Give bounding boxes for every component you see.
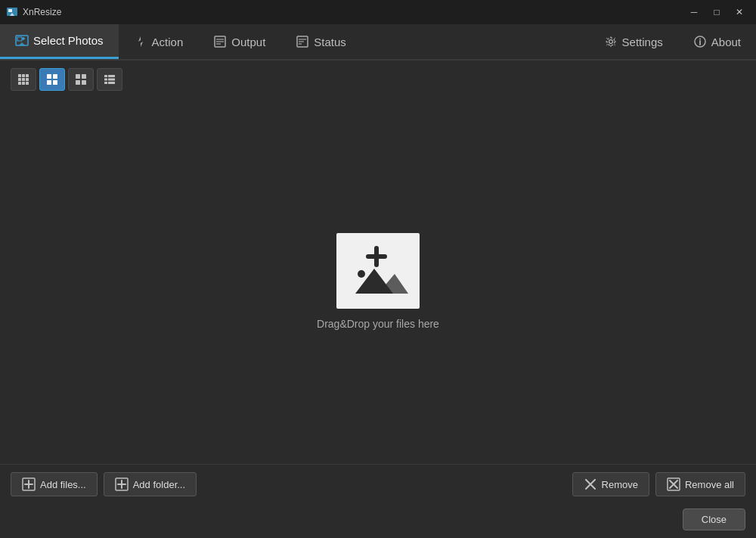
svg-rect-1	[8, 9, 12, 12]
status-icon	[296, 35, 309, 48]
view-grid-medium-button[interactable]	[39, 68, 65, 91]
svg-rect-25	[22, 78, 25, 81]
svg-rect-28	[22, 82, 25, 85]
drop-icon	[336, 233, 420, 309]
svg-rect-32	[47, 80, 51, 85]
close-window-button[interactable]: ✕	[729, 4, 750, 20]
svg-point-20	[699, 39, 701, 40]
tab-bar: Select Photos Action Output	[0, 24, 756, 61]
minimize-button[interactable]: ─	[683, 4, 705, 20]
select-photos-icon	[15, 34, 29, 48]
app-icon	[6, 6, 18, 18]
tab-select-photos-label: Select Photos	[33, 34, 104, 47]
about-icon	[693, 35, 707, 48]
tab-about-label: About	[711, 36, 741, 48]
window-controls: ─ □ ✕	[683, 4, 750, 20]
main-content[interactable]: Drag&Drop your files here	[0, 98, 756, 464]
title-bar: XnResize ─ □ ✕	[0, 0, 756, 24]
bottom-left-buttons: Add files... Add folder...	[11, 472, 197, 496]
add-folder-button[interactable]: Add folder...	[104, 472, 197, 496]
svg-rect-41	[108, 79, 115, 81]
drop-zone[interactable]: Drag&Drop your files here	[317, 233, 439, 330]
settings-icon	[604, 35, 618, 48]
svg-point-16	[609, 40, 612, 44]
svg-rect-38	[104, 75, 107, 77]
tab-status[interactable]: Status	[280, 24, 361, 59]
view-grid-large-button[interactable]	[68, 68, 94, 91]
remove-all-icon	[667, 477, 680, 491]
title-bar-left: XnResize	[6, 6, 61, 18]
svg-point-48	[358, 270, 365, 278]
tab-action-label: Action	[152, 36, 184, 48]
svg-rect-4	[17, 37, 22, 41]
tab-select-photos[interactable]: Select Photos	[0, 24, 119, 59]
svg-rect-21	[18, 74, 21, 77]
svg-rect-35	[82, 74, 86, 79]
view-grid-small-button[interactable]	[11, 68, 36, 91]
bottom-bar: Add files... Add folder... Remove	[0, 464, 756, 504]
svg-rect-39	[108, 75, 115, 77]
svg-rect-42	[104, 82, 107, 84]
add-files-button[interactable]: Add files...	[11, 472, 98, 496]
svg-rect-24	[18, 78, 21, 81]
output-icon	[213, 35, 227, 48]
remove-all-button[interactable]: Remove all	[655, 472, 745, 496]
remove-label: Remove	[602, 479, 638, 490]
svg-marker-5	[19, 42, 25, 45]
tab-settings-label: Settings	[622, 36, 663, 48]
tab-output[interactable]: Output	[198, 24, 280, 59]
remove-all-label: Remove all	[685, 479, 734, 490]
svg-rect-34	[76, 74, 80, 79]
svg-rect-33	[53, 80, 57, 85]
tab-action[interactable]: Action	[119, 24, 199, 59]
svg-rect-23	[26, 74, 29, 77]
add-folder-icon	[115, 477, 129, 491]
add-files-label: Add files...	[40, 479, 86, 490]
footer-bar: Close	[0, 504, 756, 538]
app-title: XnResize	[23, 7, 61, 17]
svg-rect-43	[108, 82, 115, 84]
close-button[interactable]: Close	[683, 508, 745, 530]
action-icon	[134, 35, 147, 48]
add-files-icon	[22, 477, 36, 491]
tab-about[interactable]: About	[678, 35, 756, 48]
tab-settings[interactable]: Settings	[589, 35, 678, 48]
remove-icon	[584, 477, 597, 491]
maximize-button[interactable]: □	[706, 4, 727, 20]
bottom-right-buttons: Remove Remove all	[572, 472, 745, 496]
view-toolbar	[0, 61, 756, 98]
drop-text: Drag&Drop your files here	[317, 318, 439, 330]
add-folder-label: Add folder...	[133, 479, 185, 490]
svg-rect-37	[82, 80, 86, 85]
svg-rect-31	[53, 74, 57, 79]
tab-output-label: Output	[231, 36, 265, 48]
svg-rect-26	[26, 78, 29, 81]
svg-rect-29	[26, 82, 29, 85]
svg-rect-40	[104, 79, 107, 81]
svg-point-17	[607, 38, 615, 45]
svg-rect-36	[76, 80, 80, 85]
tab-right-section: Settings About	[589, 24, 756, 59]
view-list-button[interactable]	[97, 68, 122, 91]
svg-rect-22	[22, 74, 25, 77]
svg-rect-30	[47, 74, 51, 79]
tab-status-label: Status	[314, 36, 346, 48]
remove-button[interactable]: Remove	[572, 472, 649, 496]
svg-rect-27	[18, 82, 21, 85]
